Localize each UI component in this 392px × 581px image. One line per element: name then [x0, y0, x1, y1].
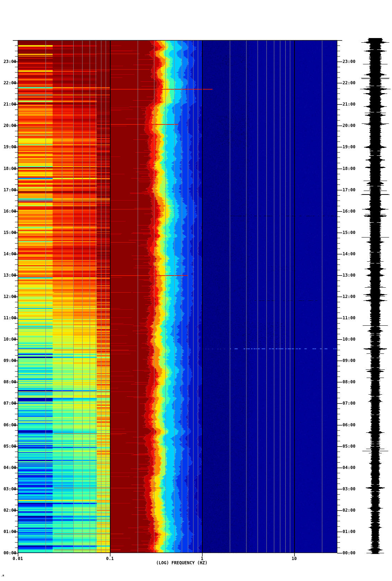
y-tick-label-right: 19:00 [343, 144, 355, 149]
y-tick-label-right: 00:00 [343, 550, 355, 555]
y-tick-label-right: 15:00 [343, 230, 355, 235]
y-tick-label-right: 12:00 [343, 294, 355, 299]
y-tick-label-right: 21:00 [343, 102, 355, 107]
y-tick-label-left: 18:00 [0, 166, 16, 171]
y-tick-label-left: 20:00 [0, 123, 16, 128]
page: { "header": { "utc_label_left": "UTC", "… [0, 0, 392, 581]
y-tick-label-right: 20:00 [343, 123, 355, 128]
y-tick-label-left: 21:00 [0, 102, 16, 107]
y-tick-label-left: 11:00 [0, 315, 16, 320]
y-tick-label-right: 13:00 [343, 273, 355, 278]
y-tick-label-right: 06:00 [343, 422, 355, 427]
y-tick-label-left: 02:00 [0, 508, 16, 513]
x-tick-label: 0.1 [106, 556, 114, 561]
y-tick-label-left: 07:00 [0, 401, 16, 406]
y-tick-label-left: 16:00 [0, 209, 16, 214]
y-tick-label-right: 05:00 [343, 444, 355, 449]
y-tick-label-left: 23:00 [0, 59, 16, 64]
y-tick-label-left: 12:00 [0, 294, 16, 299]
y-tick-label-right: 03:00 [343, 486, 355, 491]
y-tick-label-left: 10:00 [0, 337, 16, 342]
y-tick-label-right: 01:00 [343, 529, 355, 534]
y-tick-label-left: 06:00 [0, 422, 16, 427]
y-tick-label-left: 13:00 [0, 273, 16, 278]
y-tick-label-right: 16:00 [343, 209, 355, 214]
y-tick-label-left: 01:00 [0, 529, 16, 534]
x-tick-label: 0.01 [13, 556, 23, 561]
y-tick-label-right: 23:00 [343, 59, 355, 64]
y-tick-label-right: 08:00 [343, 379, 355, 384]
corner-mark: .H [1, 574, 4, 577]
y-tick-label-right: 17:00 [343, 187, 355, 192]
y-tick-label-right: 04:00 [343, 465, 355, 470]
spectrogram-plot [0, 0, 392, 581]
y-tick-label-right: 02:00 [343, 508, 355, 513]
y-tick-label-right: 22:00 [343, 80, 355, 85]
y-tick-label-left: 14:00 [0, 251, 16, 256]
y-tick-label-right: 09:00 [343, 358, 355, 363]
y-tick-label-right: 14:00 [343, 251, 355, 256]
y-tick-label-right: 07:00 [343, 401, 355, 406]
y-tick-label-left: 05:00 [0, 444, 16, 449]
y-tick-label-left: 09:00 [0, 358, 16, 363]
y-tick-label-left: 22:00 [0, 80, 16, 85]
y-tick-label-left: 17:00 [0, 187, 16, 192]
y-tick-label-left: 08:00 [0, 379, 16, 384]
y-tick-label-left: 00:00 [0, 550, 16, 555]
x-axis-title: (LOG) FREQUENCY (HZ) [156, 560, 208, 565]
y-tick-label-right: 11:00 [343, 315, 355, 320]
x-tick-label: 1 [201, 556, 203, 561]
y-tick-label-left: 04:00 [0, 465, 16, 470]
y-tick-label-left: 03:00 [0, 486, 16, 491]
y-tick-label-right: 10:00 [343, 337, 355, 342]
y-tick-label-left: 19:00 [0, 144, 16, 149]
y-tick-label-left: 15:00 [0, 230, 16, 235]
x-tick-label: 10 [292, 556, 297, 561]
y-tick-label-right: 18:00 [343, 166, 355, 171]
